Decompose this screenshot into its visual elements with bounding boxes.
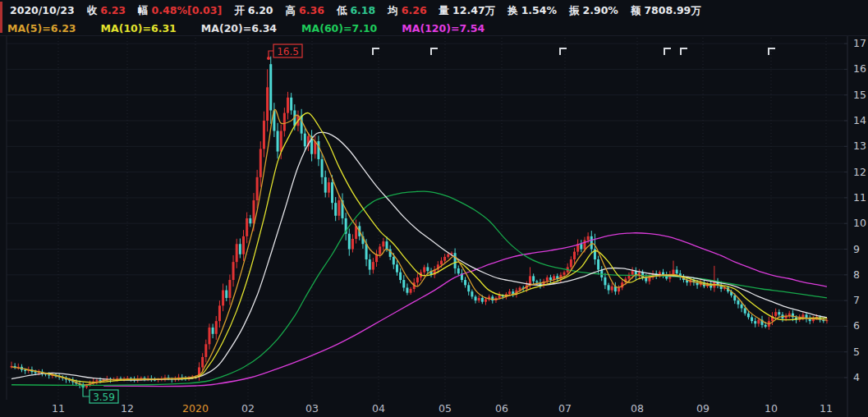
y-tick-label: 12 <box>853 166 866 178</box>
ma5-line <box>11 109 827 385</box>
quote-field-1: 幅0.48%[0.03] <box>138 4 222 18</box>
y-tick-label: 6 <box>853 319 860 332</box>
y-tick-label: 4 <box>853 371 860 383</box>
ma20-line <box>11 132 827 380</box>
x-tick-label: 11 <box>52 402 65 415</box>
x-tick-label: 11 <box>820 402 833 415</box>
corner-marker-icon <box>664 48 671 55</box>
quote-field-5: 均6.26 <box>388 4 426 18</box>
ma-label-4: MA(120)=7.54 <box>402 22 485 34</box>
x-tick-label: 2020 <box>182 402 209 415</box>
left-edge-indicator <box>0 2 2 33</box>
kline-chart[interactable]: 4567891011121314151617111220200203040506… <box>0 0 868 417</box>
ma-label-2: MA(20)=6.34 <box>201 22 277 34</box>
price-callout: 16.5 <box>267 44 302 60</box>
quote-field-9: 额7808.99万 <box>631 4 701 18</box>
ma120-line <box>103 233 827 387</box>
x-tick-label: 03 <box>305 402 319 415</box>
candlestick-series <box>11 57 829 389</box>
y-tick-label: 9 <box>853 243 860 255</box>
quote-field-6: 量12.47万 <box>439 4 496 18</box>
quote-field-4: 低6.18 <box>337 4 375 18</box>
x-tick-label: 08 <box>631 402 644 415</box>
header-divider <box>0 35 868 36</box>
y-tick-label: 10 <box>853 217 866 229</box>
event-markers <box>373 48 775 55</box>
ma-label-0: MA(5)=6.23 <box>7 22 76 34</box>
quote-date: 2020/10/23 <box>10 4 75 18</box>
quote-field-3: 高6.36 <box>286 4 324 18</box>
corner-marker-icon <box>431 48 438 55</box>
y-tick-label: 15 <box>853 89 866 101</box>
corner-marker-icon <box>560 48 567 55</box>
quote-field-8: 振2.90% <box>569 4 618 18</box>
x-tick-label: 02 <box>241 402 255 415</box>
y-tick-label: 17 <box>853 37 866 49</box>
ma-label-1: MA(10)=6.31 <box>101 22 177 34</box>
y-tick-label: 14 <box>853 114 866 126</box>
x-tick-label: 10 <box>765 402 778 415</box>
time-axis: 1112202002030405060708091011 <box>52 402 833 415</box>
x-tick-label: 12 <box>121 402 134 415</box>
quote-field-7: 换1.54% <box>507 4 557 18</box>
corner-marker-icon <box>769 48 775 55</box>
x-tick-label: 06 <box>495 402 508 415</box>
grid-lines <box>7 36 847 400</box>
ma60-line <box>11 191 827 385</box>
ma-label-3: MA(60)=7.10 <box>301 22 377 34</box>
callout-value: 16.5 <box>277 46 299 57</box>
y-tick-label: 5 <box>853 346 860 358</box>
y-tick-label: 8 <box>853 268 860 281</box>
quote-field-0: 收6.23 <box>87 4 126 18</box>
ma10-line <box>25 112 827 382</box>
x-tick-label: 07 <box>558 402 572 415</box>
price-axis: 4567891011121314151617 <box>844 36 866 417</box>
x-tick-label: 05 <box>439 402 452 415</box>
x-tick-label: 09 <box>696 402 710 415</box>
x-tick-label: 04 <box>372 402 385 415</box>
y-tick-label: 11 <box>853 191 866 204</box>
corner-marker-icon <box>681 48 687 55</box>
quote-field-2: 开6.20 <box>234 4 273 18</box>
callout-value: 3.59 <box>93 392 115 403</box>
y-tick-label: 7 <box>853 294 860 306</box>
quote-fields-row: 2020/10/23 收6.23幅0.48%[0.03]开6.20高6.36低6… <box>10 4 701 18</box>
ma-values-row: MA(5)=6.23MA(10)=6.31MA(20)=6.34MA(60)=7… <box>7 22 485 34</box>
y-tick-label: 13 <box>853 140 866 152</box>
y-tick-label: 16 <box>853 62 866 75</box>
